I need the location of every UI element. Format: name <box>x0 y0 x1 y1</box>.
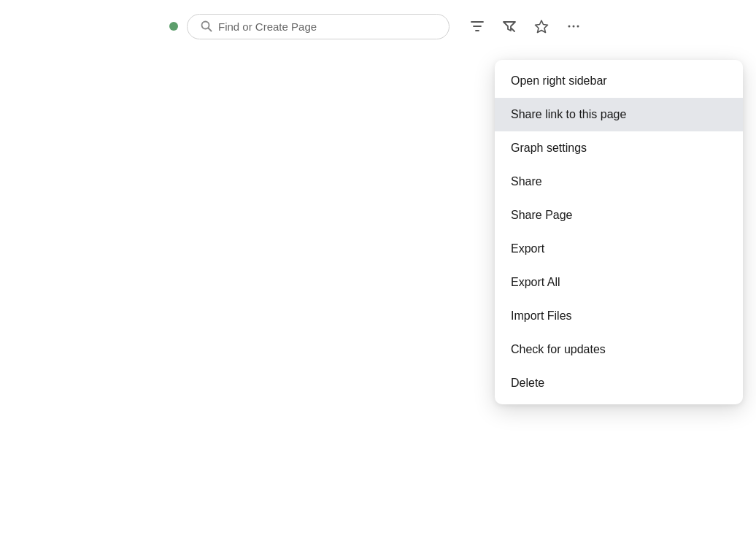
svg-point-4 <box>568 26 571 28</box>
svg-point-5 <box>573 26 575 28</box>
search-icon <box>201 20 212 32</box>
menu-item-graph-settings[interactable]: Graph settings <box>495 131 743 165</box>
menu-item-export-all[interactable]: Export All <box>495 266 743 299</box>
dropdown-menu: Open right sidebarShare link to this pag… <box>495 60 743 404</box>
star-button[interactable] <box>528 13 555 39</box>
menu-item-share[interactable]: Share <box>495 165 743 199</box>
status-dot <box>169 22 178 31</box>
more-icon <box>566 19 581 34</box>
search-bar[interactable]: Find or Create Page <box>187 14 450 39</box>
search-placeholder: Find or Create Page <box>218 20 317 33</box>
menu-item-export[interactable]: Export <box>495 232 743 266</box>
toolbar-icons <box>464 13 587 39</box>
filter-button[interactable] <box>464 13 490 39</box>
filter-alt-button[interactable] <box>496 13 522 39</box>
svg-point-6 <box>577 26 579 28</box>
toolbar: Find or Create Page <box>0 0 756 53</box>
menu-item-share-page[interactable]: Share Page <box>495 199 743 232</box>
svg-line-1 <box>209 28 212 31</box>
filter-alt-icon <box>502 19 517 34</box>
menu-item-delete[interactable]: Delete <box>495 366 743 400</box>
star-icon <box>534 19 549 34</box>
filter-icon <box>470 19 485 34</box>
menu-item-share-link-to-page[interactable]: Share link to this page <box>495 98 743 131</box>
svg-line-2 <box>512 28 514 31</box>
svg-marker-3 <box>536 20 548 33</box>
menu-item-open-right-sidebar[interactable]: Open right sidebar <box>495 64 743 98</box>
more-button[interactable] <box>560 13 587 39</box>
menu-item-import-files[interactable]: Import Files <box>495 299 743 333</box>
menu-item-check-for-updates[interactable]: Check for updates <box>495 333 743 366</box>
